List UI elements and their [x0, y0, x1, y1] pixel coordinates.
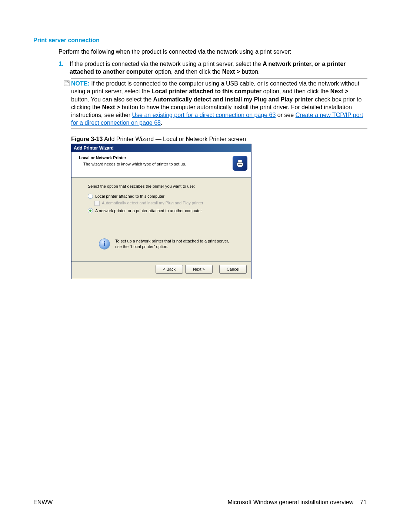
printer-icon: [233, 156, 247, 171]
add-printer-wizard-dialog: Add Printer Wizard Local or Network Prin…: [71, 144, 251, 279]
note-text: If the product is connected to the compu…: [71, 80, 363, 126]
option-local-printer[interactable]: Local printer attached to this computer: [88, 194, 239, 199]
svg-rect-0: [64, 81, 69, 86]
step-1: 1.If the product is connected via the ne…: [59, 60, 368, 76]
footer-right: Microsoft Windows general installation o…: [228, 498, 367, 506]
option-autodetect-label: Automatically detect and install my Plug…: [102, 200, 203, 206]
info-row: i To set up a network printer that is no…: [99, 238, 236, 250]
link-existing-port[interactable]: Use an existing port for a direct connec…: [132, 112, 276, 118]
checkbox-autodetect: [94, 201, 100, 206]
note-block: NOTE: If the product is connected to the…: [71, 78, 367, 128]
dialog-header-sub: The wizard needs to know which type of p…: [83, 161, 251, 167]
footer-left: ENWW: [33, 498, 53, 506]
back-button[interactable]: < Back: [156, 265, 183, 274]
note-label: NOTE:: [71, 80, 90, 87]
dialog-body: Select the option that describes the pri…: [71, 178, 251, 261]
select-prompt: Select the option that describes the pri…: [88, 184, 239, 189]
next-button[interactable]: Next >: [185, 265, 213, 274]
svg-rect-5: [238, 160, 242, 163]
radio-network-printer[interactable]: [88, 208, 93, 213]
dialog-titlebar: Add Printer Wizard: [71, 144, 251, 152]
page-number: 71: [360, 499, 367, 505]
info-text: To set up a network printer that is not …: [115, 238, 236, 249]
dialog-button-bar: < Back Next > Cancel: [71, 261, 251, 277]
note-icon: [64, 80, 70, 86]
info-icon: i: [99, 238, 110, 250]
dialog-header-title: Local or Network Printer: [79, 155, 251, 161]
dialog-header: Local or Network Printer The wizard need…: [71, 152, 251, 178]
radio-local-printer[interactable]: [88, 194, 93, 199]
figure-caption: Figure 3-13 Add Printer Wizard — Local o…: [71, 135, 246, 143]
intro-text: Perform the following when the product i…: [59, 48, 373, 56]
option-local-printer-label: Local printer attached to this computer: [95, 194, 164, 199]
footer-section-title: Microsoft Windows general installation o…: [228, 499, 354, 505]
section-heading: Print server connection: [33, 36, 100, 44]
option-network-printer[interactable]: A network printer, or a printer attached…: [88, 208, 239, 214]
option-network-printer-label: A network printer, or a printer attached…: [95, 208, 202, 214]
svg-rect-6: [238, 165, 242, 167]
cancel-button[interactable]: Cancel: [219, 265, 247, 274]
option-autodetect: Automatically detect and install my Plug…: [94, 200, 239, 206]
step-body: If the product is connected via the netw…: [70, 60, 364, 76]
step-number: 1.: [59, 60, 70, 68]
